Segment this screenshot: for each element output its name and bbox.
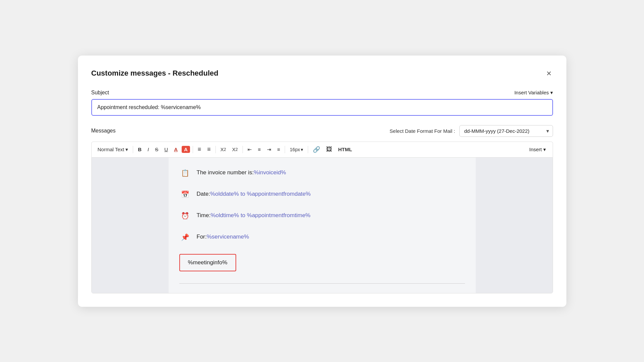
- toolbar-separator-2: [193, 146, 193, 153]
- modal-title: Customize messages - Rescheduled: [91, 69, 218, 78]
- time-icon: ⏰: [179, 210, 191, 222]
- ordered-list-button[interactable]: ≡: [196, 145, 203, 154]
- chevron-down-icon: ▾: [125, 147, 128, 153]
- align-left-button[interactable]: ⇤: [246, 145, 254, 154]
- link-button[interactable]: 🔗: [311, 145, 322, 155]
- chevron-down-icon: ▾: [550, 90, 553, 96]
- modal-container: Customize messages - Rescheduled × Subje…: [78, 56, 566, 307]
- subject-label: Subject: [91, 90, 109, 96]
- align-center-button[interactable]: ≡: [256, 145, 263, 154]
- normal-text-dropdown[interactable]: Normal Text ▾: [96, 145, 130, 154]
- superscript-button[interactable]: X2: [230, 145, 240, 154]
- bold-button[interactable]: B: [136, 145, 144, 154]
- subject-input[interactable]: [91, 99, 553, 116]
- date-format-area: Select Date Format For Mail : dd-MMM-yyy…: [390, 125, 553, 137]
- subject-row: Subject Insert Variables ▾: [91, 90, 553, 96]
- date-format-label: Select Date Format For Mail :: [390, 128, 455, 134]
- for-icon: 📌: [179, 231, 191, 243]
- strikethrough-button[interactable]: S: [153, 145, 160, 154]
- html-button[interactable]: HTML: [336, 145, 354, 154]
- editor-area: 📋 The invoice number is:%invoiceid% 📅 Da…: [91, 157, 553, 293]
- normal-text-label: Normal Text: [98, 147, 124, 152]
- date-format-select-wrapper: dd-MMM-yyyy (27-Dec-2022) MM/dd/yyyy (12…: [459, 125, 553, 137]
- invoice-line: 📋 The invoice number is:%invoiceid%: [179, 167, 465, 179]
- insert-button[interactable]: Insert ▾: [527, 145, 549, 154]
- time-line: ⏰ Time:%oldtime% to %appointmentfromtime…: [179, 210, 465, 222]
- invoice-text: The invoice number is:%invoiceid%: [197, 167, 286, 177]
- italic-button[interactable]: I: [146, 145, 151, 154]
- date-icon: 📅: [179, 188, 191, 200]
- messages-label: Messages: [91, 128, 116, 134]
- underline-button[interactable]: U: [162, 145, 170, 154]
- editor-content[interactable]: 📋 The invoice number is:%invoiceid% 📅 Da…: [169, 158, 476, 293]
- toolbar-separator: [133, 146, 133, 153]
- meeting-info-text: %meetinginfo%: [188, 259, 227, 266]
- chevron-down-icon: ▾: [543, 147, 546, 153]
- toolbar-separator-6: [308, 146, 308, 153]
- toolbar-separator-3: [215, 146, 216, 153]
- font-bg-button[interactable]: A: [182, 146, 190, 153]
- editor-divider: [179, 283, 465, 284]
- meeting-info-box: %meetinginfo%: [179, 254, 236, 271]
- date-text: Date:%olddate% to %appointmentfromdate%: [197, 188, 311, 198]
- font-color-button[interactable]: A: [172, 145, 180, 154]
- for-text: For:%servicename%: [197, 231, 249, 241]
- close-button[interactable]: ×: [545, 68, 553, 79]
- unordered-list-button[interactable]: ≡: [205, 145, 213, 154]
- date-format-select[interactable]: dd-MMM-yyyy (27-Dec-2022) MM/dd/yyyy (12…: [459, 125, 553, 137]
- editor-toolbar: Normal Text ▾ B I S U A A ≡ ≡ X2 X2 ⇤ ≡ …: [91, 142, 553, 157]
- date-line: 📅 Date:%olddate% to %appointmentfromdate…: [179, 188, 465, 200]
- for-line: 📌 For:%servicename%: [179, 231, 465, 243]
- invoice-icon: 📋: [179, 167, 191, 179]
- chevron-down-icon: ▾: [301, 147, 303, 152]
- subscript-button[interactable]: X2: [218, 145, 228, 154]
- editor-sidebar-right: [476, 158, 553, 293]
- insert-variables-button[interactable]: Insert Variables ▾: [514, 90, 553, 96]
- justify-button[interactable]: ≡: [275, 145, 282, 154]
- image-button[interactable]: 🖼: [324, 145, 334, 154]
- time-text: Time:%oldtime% to %appointmentfromtime%: [197, 210, 310, 220]
- modal-header: Customize messages - Rescheduled ×: [91, 68, 553, 79]
- align-right-button[interactable]: ⇥: [265, 145, 273, 154]
- font-size-dropdown[interactable]: 16px ▾: [288, 146, 305, 154]
- messages-row: Messages Select Date Format For Mail : d…: [91, 125, 553, 137]
- font-size-value: 16px: [290, 147, 300, 152]
- editor-sidebar-left: [92, 158, 169, 293]
- toolbar-separator-4: [243, 146, 243, 153]
- toolbar-separator-5: [285, 146, 285, 153]
